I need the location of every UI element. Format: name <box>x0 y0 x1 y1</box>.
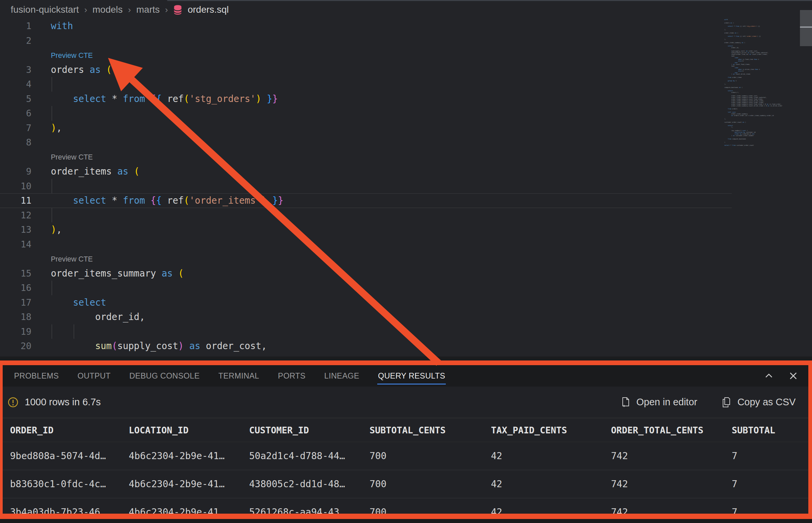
table-cell: 42 <box>491 507 611 518</box>
line-number: 13 <box>0 222 32 237</box>
breadcrumb-item[interactable]: marts <box>136 4 160 15</box>
code-line: 9order_items as ( <box>0 164 732 179</box>
line-number: 19 <box>0 324 32 339</box>
indent-guide <box>52 77 52 92</box>
query-status-bar: 1000 rows in 6.7s Open in editor Copy as… <box>3 386 808 418</box>
close-panel-button[interactable] <box>788 371 798 381</box>
code-line: 12 <box>0 208 732 223</box>
minimap[interactable]: with orders as ( select * from {{ ref('s… <box>724 19 800 146</box>
code-line: 5 select * from {{ ref('stg_orders') }} <box>0 92 732 106</box>
breadcrumb-file[interactable]: orders.sql <box>187 4 229 15</box>
table-cell: 50a2d1c4-d788-44… <box>249 450 369 462</box>
indent-guide <box>52 208 52 223</box>
column-header[interactable]: TAX_PAID_CENTS <box>491 425 611 435</box>
scrollbar[interactable] <box>800 0 812 360</box>
line-number: 7 <box>0 121 32 136</box>
breadcrumb-item[interactable]: fusion-quickstart <box>11 4 79 15</box>
code-line: 11 select * from {{ ref('order_items') }… <box>0 193 732 208</box>
column-header[interactable]: ORDER_ID <box>10 425 129 435</box>
codelens-row: Preview CTE <box>0 48 732 62</box>
scrollbar-thumb[interactable] <box>800 10 812 46</box>
line-number: 14 <box>0 237 32 252</box>
results-table: 9bed808a-5074-4d…4b6c2304-2b9e-41…50a2d1… <box>3 442 808 519</box>
column-header[interactable]: ORDER_TOTAL_CENTS <box>611 425 732 435</box>
editor-panel-divider <box>0 357 812 360</box>
open-in-editor-button[interactable]: Open in editor <box>620 397 697 408</box>
minimap-content: with orders as ( select * from {{ ref('s… <box>724 19 782 146</box>
copy-icon <box>721 397 732 408</box>
table-cell: 3b4a03db-7b23-46 <box>10 507 129 518</box>
code-line: 18 order_id, <box>0 310 732 324</box>
line-number: 6 <box>0 106 32 121</box>
indent-guide <box>52 324 52 339</box>
code-line: 17 select <box>0 295 732 310</box>
chevron-up-icon <box>763 371 774 381</box>
table-cell: 742 <box>611 507 732 518</box>
table-cell: 742 <box>611 450 732 462</box>
column-header[interactable]: SUBTOTAL_CENTS <box>369 425 491 435</box>
code-line: 10 <box>0 179 732 194</box>
table-cell: b83630c1-0fdc-4c… <box>10 479 129 490</box>
tab-lineage[interactable]: LINEAGE <box>324 365 360 386</box>
table-row[interactable]: 3b4a03db-7b23-464b6c2304-2b9e-415261268c… <box>3 498 808 519</box>
column-header[interactable]: SUBTOTAL <box>732 425 808 435</box>
database-icon <box>173 5 182 15</box>
breadcrumb-separator: › <box>165 5 168 15</box>
code-line: 2 <box>0 33 732 48</box>
collapse-panel-button[interactable] <box>763 371 774 381</box>
preview-cte-link[interactable]: Preview CTE <box>51 52 93 59</box>
tab-problems[interactable]: PROBLEMS <box>14 365 59 386</box>
new-file-icon <box>620 397 630 408</box>
code-line: 20 sum(supply_cost) as order_cost, <box>0 339 732 354</box>
code-line: 14 <box>0 237 732 252</box>
line-number: 15 <box>0 266 32 281</box>
tab-ports[interactable]: PORTS <box>278 365 306 386</box>
copy-as-csv-button[interactable]: Copy as CSV <box>721 397 796 408</box>
code-line: 3orders as ( <box>0 62 732 77</box>
line-number: 12 <box>0 208 32 223</box>
breadcrumb-separator: › <box>128 5 131 15</box>
line-number: 1 <box>0 19 32 33</box>
line-number: 9 <box>0 164 32 179</box>
cursor-overview-marker <box>800 26 812 28</box>
table-cell: 438005c2-dd1d-48… <box>249 479 369 490</box>
page: { "colors": { "accent": "#EE4E2A", "code… <box>0 0 812 523</box>
preview-cte-link[interactable]: Preview CTE <box>51 255 93 263</box>
table-cell: 42 <box>491 450 611 462</box>
warning-icon <box>7 397 19 408</box>
tab-debug-console[interactable]: DEBUG CONSOLE <box>129 365 200 386</box>
code-line: 15order_items_summary as ( <box>0 266 732 281</box>
table-cell: 700 <box>369 450 491 462</box>
column-header[interactable]: CUSTOMER_ID <box>249 425 369 435</box>
breadcrumb-item[interactable]: models <box>93 4 123 15</box>
indent-guide <box>52 106 52 121</box>
panel-tabs: PROBLEMS OUTPUT DEBUG CONSOLE TERMINAL P… <box>3 365 808 386</box>
table-cell: 7 <box>732 507 808 518</box>
table-row[interactable]: 9bed808a-5074-4d…4b6c2304-2b9e-41…50a2d1… <box>3 442 808 470</box>
table-header: ORDER_ID LOCATION_ID CUSTOMER_ID SUBTOTA… <box>3 418 808 442</box>
line-number: 18 <box>0 310 32 324</box>
close-icon <box>788 371 798 381</box>
line-number: 11 <box>0 193 32 208</box>
code-area[interactable]: 1with2Preview CTE3orders as (45 select *… <box>0 19 732 360</box>
tab-output[interactable]: OUTPUT <box>77 365 111 386</box>
breadcrumb: fusion-quickstart › models › marts › ord… <box>11 1 229 18</box>
line-number: 16 <box>0 281 32 295</box>
table-cell: 700 <box>369 479 491 490</box>
table-cell: 42 <box>491 479 611 490</box>
code-line: 19 <box>0 324 732 339</box>
column-header[interactable]: LOCATION_ID <box>129 425 249 435</box>
tab-query-results[interactable]: QUERY RESULTS <box>378 365 445 386</box>
table-cell: 4b6c2304-2b9e-41… <box>129 479 249 490</box>
table-cell: 5261268c-aa94-43 <box>249 507 369 518</box>
line-number: 3 <box>0 62 32 77</box>
table-cell: 742 <box>611 479 732 490</box>
table-row[interactable]: b83630c1-0fdc-4c…4b6c2304-2b9e-41…438005… <box>3 470 808 498</box>
line-number: 5 <box>0 92 32 106</box>
table-cell: 7 <box>732 450 808 462</box>
table-cell: 4b6c2304-2b9e-41 <box>129 507 249 518</box>
tab-terminal[interactable]: TERMINAL <box>218 365 259 386</box>
status-text: 1000 rows in 6.7s <box>25 397 101 408</box>
line-number: 2 <box>0 33 32 48</box>
preview-cte-link[interactable]: Preview CTE <box>51 153 93 161</box>
